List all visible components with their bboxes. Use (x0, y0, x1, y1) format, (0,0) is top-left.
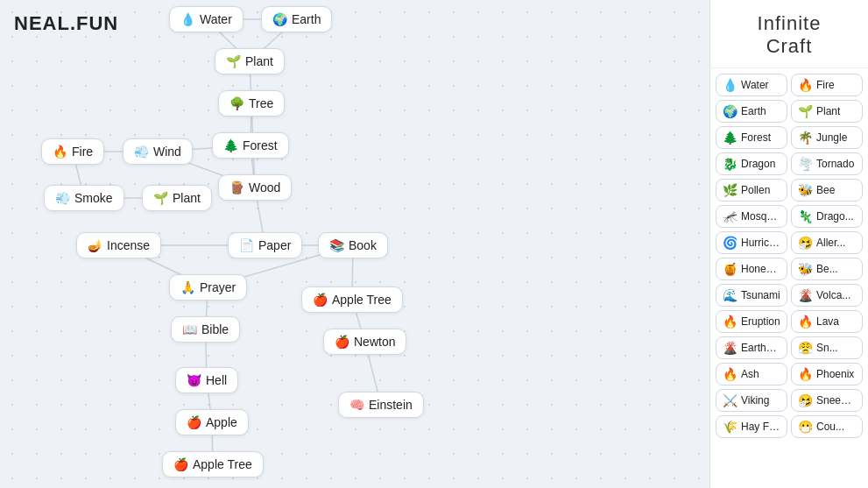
logo: NEAL.FUN (14, 12, 118, 35)
node-wind[interactable]: 💨Wind (123, 138, 193, 165)
node-plant[interactable]: 🌱Plant (215, 48, 285, 74)
node-incense[interactable]: 🪔Incense (76, 232, 161, 258)
node-bible[interactable]: 📖Bible (171, 316, 240, 343)
node-fire[interactable]: 🔥Fire (41, 138, 104, 165)
sidebar-item-fire[interactable]: 🔥Fire (791, 74, 863, 96)
node-forest[interactable]: 🌲Forest (212, 132, 289, 159)
sidebar-item-plant[interactable]: 🌱Plant (791, 100, 863, 123)
sidebar-item-aller...[interactable]: 🤧Aller... (791, 231, 863, 254)
sidebar-item-label: Volca... (816, 289, 850, 301)
sidebar-item-label: Aller... (816, 237, 845, 249)
label-forest: Forest (243, 138, 278, 152)
label-earth: Earth (292, 12, 321, 26)
sidebar-item-drago...[interactable]: 🦎Drago... (791, 205, 863, 228)
sidebar-item-emoji: 🤧 (798, 394, 813, 407)
sidebar-item-cou...[interactable]: 😷Cou... (791, 415, 863, 438)
emoji-tree: 🌳 (229, 97, 244, 110)
node-smoke[interactable]: 💨Smoke (44, 185, 124, 211)
sidebar-item-pollen[interactable]: 🌿Pollen (716, 179, 787, 202)
sidebar-item-viking[interactable]: ⚔️Viking (716, 389, 787, 412)
sidebar-item-jungle[interactable]: 🌴Jungle (791, 126, 863, 149)
label-newton: Newton (354, 335, 395, 349)
node-hell[interactable]: 😈Hell (175, 367, 238, 393)
sidebar-item-emoji: 🔥 (798, 368, 813, 380)
sidebar-item-label: Dragon (741, 158, 775, 170)
sidebar-item-label: Fire (816, 79, 835, 91)
sidebar-grid: 💧Water🔥Fire🌍Earth🌱Plant🌲Forest🌴Jungle🐉Dr… (710, 68, 868, 443)
sidebar-item-sneezin...[interactable]: 🤧Sneezin... (791, 389, 863, 412)
sidebar-item-emoji: 🦟 (723, 210, 737, 223)
node-plant2[interactable]: 🌱Plant (142, 185, 212, 211)
sidebar-item-label: Pollen (741, 184, 770, 196)
sidebar-item-emoji: 🐝 (798, 184, 813, 196)
sidebar-item-label: Phoenix (816, 368, 854, 380)
sidebar-item-emoji: 🔥 (798, 315, 813, 328)
node-water[interactable]: 💧Water (169, 6, 243, 32)
label-appletree2: Apple Tree (193, 457, 252, 471)
canvas-area[interactable]: NEAL.FUN 💧Water🌍Earth🌱Plant🌳Tree🔥Fire💨Wi… (0, 0, 709, 488)
sidebar-item-water[interactable]: 💧Water (716, 74, 787, 96)
node-prayer[interactable]: 🙏Prayer (169, 274, 247, 301)
sidebar-item-emoji: 😷 (798, 421, 813, 433)
sidebar-item-sn...[interactable]: 😤Sn... (791, 336, 863, 359)
emoji-water: 💧 (180, 13, 195, 25)
emoji-bible: 📖 (182, 323, 197, 336)
sidebar-item-label: Water (741, 79, 769, 91)
label-plant: Plant (245, 54, 273, 68)
sidebar-item-be...[interactable]: 🐝Be... (791, 258, 863, 280)
sidebar-item-phoenix[interactable]: 🔥Phoenix (791, 363, 863, 385)
label-appletree1: Apple Tree (332, 293, 392, 307)
sidebar-item-label: Cou... (816, 421, 844, 433)
sidebar-item-tornado[interactable]: 🌪️Tornado (791, 152, 863, 175)
emoji-apple: 🍎 (187, 416, 201, 428)
sidebar-item-emoji: ⚔️ (723, 394, 737, 407)
emoji-wood: 🪵 (229, 181, 244, 194)
sidebar-item-label: Earthquake (741, 342, 780, 354)
node-appletree1[interactable]: 🍎Apple Tree (301, 286, 403, 313)
sidebar-item-volca...[interactable]: 🌋Volca... (791, 284, 863, 307)
sidebar-item-earthquake[interactable]: 🌋Earthquake (716, 336, 787, 359)
node-appletree2[interactable]: 🍎Apple Tree (162, 451, 264, 477)
sidebar-item-emoji: 🌀 (723, 237, 737, 249)
sidebar-item-eruption[interactable]: 🔥Eruption (716, 310, 787, 333)
sidebar-item-dragon[interactable]: 🐉Dragon (716, 152, 787, 175)
sidebar-item-honeycomb[interactable]: 🍯Honeycomb (716, 258, 787, 280)
node-earth[interactable]: 🌍Earth (261, 6, 332, 32)
sidebar-item-ash[interactable]: 🔥Ash (716, 363, 787, 385)
sidebar-header: Infinite Craft (710, 0, 868, 68)
sidebar-item-label: Tsunami (741, 289, 780, 301)
sidebar-item-hurricane[interactable]: 🌀Hurricane (716, 231, 787, 254)
sidebar-item-emoji: 🌱 (798, 105, 813, 117)
sidebar-item-label: Viking (741, 394, 769, 407)
sidebar-item-emoji: 😤 (798, 342, 813, 354)
node-paper[interactable]: 📄Paper (228, 232, 302, 258)
sidebar-item-emoji: 🐉 (723, 158, 737, 170)
sidebar-item-bee[interactable]: 🐝Bee (791, 179, 863, 202)
node-apple[interactable]: 🍎Apple (175, 409, 249, 435)
node-tree[interactable]: 🌳Tree (218, 90, 285, 117)
sidebar-item-label: Hurricane (741, 237, 780, 249)
sidebar-item-lava[interactable]: 🔥Lava (791, 310, 863, 333)
node-einstein[interactable]: 🧠Einstein (338, 392, 424, 418)
emoji-earth: 🌍 (272, 13, 287, 25)
emoji-hell: 😈 (187, 374, 201, 386)
label-book: Book (349, 238, 377, 252)
emoji-plant: 🌱 (226, 55, 241, 67)
sidebar-item-label: Mosquito (741, 210, 780, 223)
node-book[interactable]: 📚Book (318, 232, 388, 258)
sidebar-item-label: Ash (741, 368, 759, 380)
node-wood[interactable]: 🪵Wood (218, 174, 292, 201)
emoji-appletree2: 🍎 (173, 458, 188, 470)
sidebar-item-label: Plant (816, 105, 840, 117)
sidebar-item-earth[interactable]: 🌍Earth (716, 100, 787, 123)
sidebar-item-hay-fever[interactable]: 🌾Hay Fever (716, 415, 787, 438)
sidebar-item-tsunami[interactable]: 🌊Tsunami (716, 284, 787, 307)
emoji-einstein: 🧠 (349, 399, 364, 411)
label-prayer: Prayer (200, 280, 236, 294)
sidebar-item-forest[interactable]: 🌲Forest (716, 126, 787, 149)
label-plant2: Plant (173, 191, 201, 205)
sidebar-item-mosquito[interactable]: 🦟Mosquito (716, 205, 787, 228)
label-wind: Wind (153, 145, 181, 159)
emoji-paper: 📄 (239, 239, 254, 251)
node-newton[interactable]: 🍎Newton (323, 329, 406, 355)
